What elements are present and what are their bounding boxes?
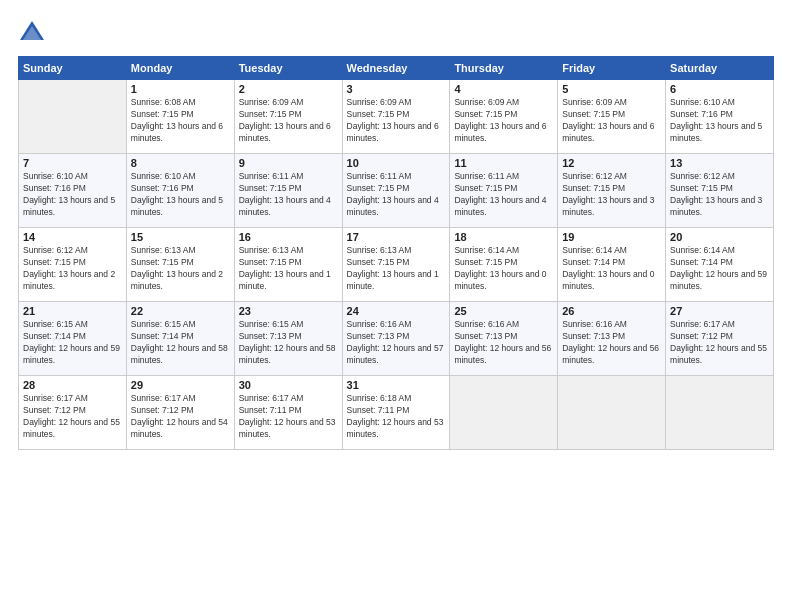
day-number: 25 xyxy=(454,305,553,317)
sunrise-label: Sunrise: 6:09 AM xyxy=(239,97,304,107)
day-info: Sunrise: 6:11 AM Sunset: 7:15 PM Dayligh… xyxy=(454,171,553,219)
sunrise-label: Sunrise: 6:17 AM xyxy=(670,319,735,329)
calendar-cell: 21 Sunrise: 6:15 AM Sunset: 7:14 PM Dayl… xyxy=(19,302,127,376)
day-info: Sunrise: 6:15 AM Sunset: 7:14 PM Dayligh… xyxy=(131,319,230,367)
day-number: 27 xyxy=(670,305,769,317)
day-number: 2 xyxy=(239,83,338,95)
daylight-label: Daylight: 12 hours and 53 minutes. xyxy=(239,417,336,439)
calendar-cell: 20 Sunrise: 6:14 AM Sunset: 7:14 PM Dayl… xyxy=(666,228,774,302)
day-number: 12 xyxy=(562,157,661,169)
day-info: Sunrise: 6:13 AM Sunset: 7:15 PM Dayligh… xyxy=(347,245,446,293)
day-info: Sunrise: 6:10 AM Sunset: 7:16 PM Dayligh… xyxy=(131,171,230,219)
sunset-label: Sunset: 7:14 PM xyxy=(131,331,194,341)
calendar-cell: 12 Sunrise: 6:12 AM Sunset: 7:15 PM Dayl… xyxy=(558,154,666,228)
day-number: 11 xyxy=(454,157,553,169)
calendar-cell: 31 Sunrise: 6:18 AM Sunset: 7:11 PM Dayl… xyxy=(342,376,450,450)
day-number: 28 xyxy=(23,379,122,391)
sunrise-label: Sunrise: 6:10 AM xyxy=(131,171,196,181)
sunrise-label: Sunrise: 6:11 AM xyxy=(454,171,519,181)
day-info: Sunrise: 6:14 AM Sunset: 7:14 PM Dayligh… xyxy=(670,245,769,293)
sunrise-label: Sunrise: 6:15 AM xyxy=(131,319,196,329)
sunset-label: Sunset: 7:15 PM xyxy=(239,257,302,267)
weekday-header-monday: Monday xyxy=(126,57,234,80)
calendar-cell: 28 Sunrise: 6:17 AM Sunset: 7:12 PM Dayl… xyxy=(19,376,127,450)
sunset-label: Sunset: 7:15 PM xyxy=(454,183,517,193)
daylight-label: Daylight: 13 hours and 3 minutes. xyxy=(670,195,762,217)
sunrise-label: Sunrise: 6:10 AM xyxy=(23,171,88,181)
day-number: 23 xyxy=(239,305,338,317)
sunrise-label: Sunrise: 6:08 AM xyxy=(131,97,196,107)
day-info: Sunrise: 6:17 AM Sunset: 7:11 PM Dayligh… xyxy=(239,393,338,441)
sunrise-label: Sunrise: 6:17 AM xyxy=(23,393,88,403)
week-row-0: 1 Sunrise: 6:08 AM Sunset: 7:15 PM Dayli… xyxy=(19,80,774,154)
sunset-label: Sunset: 7:15 PM xyxy=(562,109,625,119)
day-info: Sunrise: 6:09 AM Sunset: 7:15 PM Dayligh… xyxy=(239,97,338,145)
sunrise-label: Sunrise: 6:13 AM xyxy=(131,245,196,255)
day-info: Sunrise: 6:14 AM Sunset: 7:14 PM Dayligh… xyxy=(562,245,661,293)
day-number: 18 xyxy=(454,231,553,243)
weekday-header-tuesday: Tuesday xyxy=(234,57,342,80)
sunset-label: Sunset: 7:13 PM xyxy=(562,331,625,341)
daylight-label: Daylight: 12 hours and 56 minutes. xyxy=(562,343,659,365)
daylight-label: Daylight: 13 hours and 2 minutes. xyxy=(23,269,115,291)
sunset-label: Sunset: 7:15 PM xyxy=(347,183,410,193)
sunset-label: Sunset: 7:15 PM xyxy=(454,109,517,119)
daylight-label: Daylight: 12 hours and 53 minutes. xyxy=(347,417,444,439)
sunset-label: Sunset: 7:12 PM xyxy=(131,405,194,415)
daylight-label: Daylight: 13 hours and 1 minute. xyxy=(347,269,439,291)
day-info: Sunrise: 6:15 AM Sunset: 7:13 PM Dayligh… xyxy=(239,319,338,367)
daylight-label: Daylight: 13 hours and 4 minutes. xyxy=(239,195,331,217)
sunset-label: Sunset: 7:12 PM xyxy=(23,405,86,415)
sunset-label: Sunset: 7:15 PM xyxy=(454,257,517,267)
daylight-label: Daylight: 13 hours and 6 minutes. xyxy=(454,121,546,143)
sunrise-label: Sunrise: 6:13 AM xyxy=(239,245,304,255)
calendar-cell: 30 Sunrise: 6:17 AM Sunset: 7:11 PM Dayl… xyxy=(234,376,342,450)
week-row-4: 28 Sunrise: 6:17 AM Sunset: 7:12 PM Dayl… xyxy=(19,376,774,450)
daylight-label: Daylight: 13 hours and 6 minutes. xyxy=(239,121,331,143)
day-info: Sunrise: 6:17 AM Sunset: 7:12 PM Dayligh… xyxy=(131,393,230,441)
sunset-label: Sunset: 7:13 PM xyxy=(454,331,517,341)
day-number: 7 xyxy=(23,157,122,169)
calendar-cell: 14 Sunrise: 6:12 AM Sunset: 7:15 PM Dayl… xyxy=(19,228,127,302)
calendar-cell: 13 Sunrise: 6:12 AM Sunset: 7:15 PM Dayl… xyxy=(666,154,774,228)
calendar-cell: 2 Sunrise: 6:09 AM Sunset: 7:15 PM Dayli… xyxy=(234,80,342,154)
header xyxy=(18,18,774,46)
day-number: 1 xyxy=(131,83,230,95)
calendar-cell: 18 Sunrise: 6:14 AM Sunset: 7:15 PM Dayl… xyxy=(450,228,558,302)
weekday-header-sunday: Sunday xyxy=(19,57,127,80)
day-info: Sunrise: 6:13 AM Sunset: 7:15 PM Dayligh… xyxy=(239,245,338,293)
day-number: 13 xyxy=(670,157,769,169)
sunset-label: Sunset: 7:12 PM xyxy=(670,331,733,341)
sunset-label: Sunset: 7:15 PM xyxy=(562,183,625,193)
daylight-label: Daylight: 13 hours and 0 minutes. xyxy=(454,269,546,291)
calendar-cell: 24 Sunrise: 6:16 AM Sunset: 7:13 PM Dayl… xyxy=(342,302,450,376)
day-info: Sunrise: 6:12 AM Sunset: 7:15 PM Dayligh… xyxy=(562,171,661,219)
daylight-label: Daylight: 13 hours and 5 minutes. xyxy=(131,195,223,217)
sunrise-label: Sunrise: 6:10 AM xyxy=(670,97,735,107)
calendar-cell: 8 Sunrise: 6:10 AM Sunset: 7:16 PM Dayli… xyxy=(126,154,234,228)
day-number: 14 xyxy=(23,231,122,243)
sunrise-label: Sunrise: 6:16 AM xyxy=(347,319,412,329)
sunrise-label: Sunrise: 6:18 AM xyxy=(347,393,412,403)
day-number: 4 xyxy=(454,83,553,95)
sunset-label: Sunset: 7:15 PM xyxy=(23,257,86,267)
daylight-label: Daylight: 12 hours and 58 minutes. xyxy=(239,343,336,365)
sunrise-label: Sunrise: 6:12 AM xyxy=(670,171,735,181)
daylight-label: Daylight: 12 hours and 57 minutes. xyxy=(347,343,444,365)
sunset-label: Sunset: 7:15 PM xyxy=(347,109,410,119)
daylight-label: Daylight: 13 hours and 6 minutes. xyxy=(347,121,439,143)
sunrise-label: Sunrise: 6:16 AM xyxy=(454,319,519,329)
calendar-cell: 6 Sunrise: 6:10 AM Sunset: 7:16 PM Dayli… xyxy=(666,80,774,154)
day-info: Sunrise: 6:13 AM Sunset: 7:15 PM Dayligh… xyxy=(131,245,230,293)
daylight-label: Daylight: 13 hours and 4 minutes. xyxy=(454,195,546,217)
calendar-cell: 23 Sunrise: 6:15 AM Sunset: 7:13 PM Dayl… xyxy=(234,302,342,376)
day-number: 21 xyxy=(23,305,122,317)
sunset-label: Sunset: 7:15 PM xyxy=(239,109,302,119)
logo xyxy=(18,18,50,46)
daylight-label: Daylight: 13 hours and 1 minute. xyxy=(239,269,331,291)
sunrise-label: Sunrise: 6:13 AM xyxy=(347,245,412,255)
sunset-label: Sunset: 7:14 PM xyxy=(562,257,625,267)
day-number: 24 xyxy=(347,305,446,317)
calendar-cell xyxy=(666,376,774,450)
day-info: Sunrise: 6:12 AM Sunset: 7:15 PM Dayligh… xyxy=(23,245,122,293)
